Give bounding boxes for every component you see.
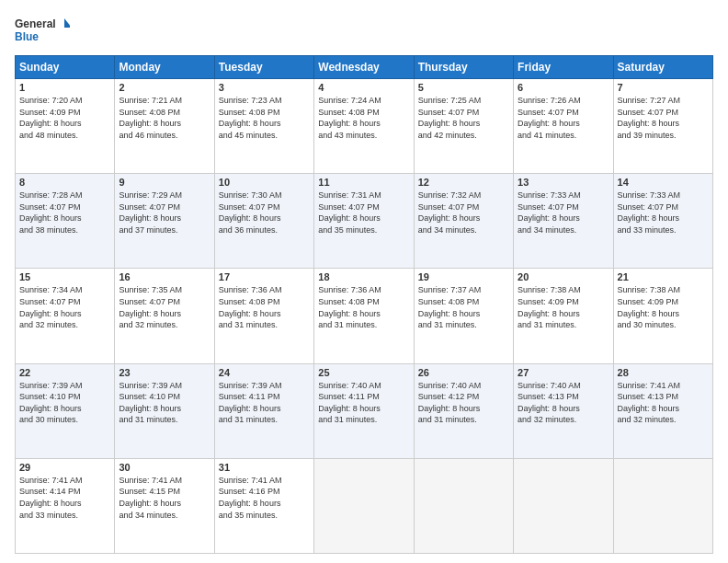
cell-line: Sunset: 4:08 PM	[418, 296, 509, 308]
cell-line: Sunrise: 7:36 AM	[318, 284, 409, 296]
cell-line: Sunrise: 7:41 AM	[618, 380, 709, 392]
cell-line: Sunset: 4:14 PM	[19, 486, 110, 498]
cell-line: Sunset: 4:07 PM	[119, 201, 210, 213]
cell-line: and 32 minutes.	[618, 414, 709, 426]
cell-date-number: 19	[418, 271, 509, 282]
col-header-saturday: Saturday	[613, 56, 712, 79]
cell-line: Sunset: 4:11 PM	[219, 391, 310, 403]
cell-line: Sunrise: 7:41 AM	[219, 475, 310, 487]
cell-content: Sunrise: 7:41 AMSunset: 4:13 PMDaylight:…	[618, 380, 709, 426]
cell-line: Sunrise: 7:40 AM	[518, 380, 609, 392]
cell-line: Sunset: 4:08 PM	[318, 296, 409, 308]
cell-content: Sunrise: 7:23 AMSunset: 4:08 PMDaylight:…	[219, 95, 310, 141]
calendar-cell: 29Sunrise: 7:41 AMSunset: 4:14 PMDayligh…	[16, 458, 115, 553]
calendar-cell: 18Sunrise: 7:36 AMSunset: 4:08 PMDayligh…	[314, 269, 414, 363]
cell-content: Sunrise: 7:38 AMSunset: 4:09 PMDaylight:…	[618, 284, 709, 330]
cell-line: Daylight: 8 hours	[19, 498, 110, 510]
cell-line: Sunset: 4:09 PM	[618, 296, 709, 308]
cell-line: Sunset: 4:08 PM	[219, 296, 310, 308]
svg-marker-2	[64, 18, 70, 28]
cell-line: Daylight: 8 hours	[318, 213, 409, 224]
cell-line: Daylight: 8 hours	[119, 403, 210, 415]
cell-line: Sunset: 4:11 PM	[318, 391, 409, 403]
cell-date-number: 1	[19, 82, 110, 93]
cell-line: Daylight: 8 hours	[518, 118, 609, 130]
cell-line: and 43 minutes.	[318, 130, 409, 142]
cell-line: Daylight: 8 hours	[19, 118, 110, 130]
calendar-cell: 28Sunrise: 7:41 AMSunset: 4:13 PMDayligh…	[613, 363, 712, 458]
cell-line: Sunrise: 7:33 AM	[518, 190, 609, 201]
calendar-cell: 23Sunrise: 7:39 AMSunset: 4:10 PMDayligh…	[115, 363, 214, 458]
cell-line: and 30 minutes.	[19, 414, 110, 426]
col-header-friday: Friday	[514, 56, 613, 79]
page: General Blue SundayMondayTuesdayWednesda…	[0, 0, 728, 563]
cell-line: Daylight: 8 hours	[318, 403, 409, 415]
cell-content: Sunrise: 7:35 AMSunset: 4:07 PMDaylight:…	[119, 284, 210, 330]
calendar-cell: 16Sunrise: 7:35 AMSunset: 4:07 PMDayligh…	[115, 269, 214, 363]
cell-date-number: 7	[618, 82, 709, 93]
cell-date-number: 17	[219, 271, 310, 282]
cell-date-number: 28	[618, 367, 709, 378]
cell-line: Sunset: 4:07 PM	[318, 201, 409, 213]
cell-line: Daylight: 8 hours	[19, 308, 110, 320]
cell-content: Sunrise: 7:39 AMSunset: 4:10 PMDaylight:…	[119, 380, 210, 426]
cell-line: Sunset: 4:10 PM	[19, 391, 110, 403]
cell-line: Sunrise: 7:26 AM	[518, 95, 609, 107]
cell-line: Sunrise: 7:40 AM	[418, 380, 509, 392]
calendar-cell: 26Sunrise: 7:40 AMSunset: 4:12 PMDayligh…	[414, 363, 513, 458]
cell-date-number: 15	[19, 271, 110, 282]
cell-line: Daylight: 8 hours	[219, 213, 310, 224]
calendar-cell	[514, 458, 613, 553]
cell-line: and 46 minutes.	[119, 130, 210, 142]
calendar-cell: 5Sunrise: 7:25 AMSunset: 4:07 PMDaylight…	[414, 79, 513, 174]
cell-line: Sunrise: 7:20 AM	[19, 95, 110, 107]
cell-content: Sunrise: 7:38 AMSunset: 4:09 PMDaylight:…	[518, 284, 609, 330]
cell-date-number: 25	[318, 367, 409, 378]
cell-date-number: 31	[219, 462, 310, 473]
calendar-cell: 30Sunrise: 7:41 AMSunset: 4:15 PMDayligh…	[115, 458, 214, 553]
cell-line: Sunrise: 7:35 AM	[119, 284, 210, 296]
cell-line: Daylight: 8 hours	[119, 498, 210, 510]
cell-line: Sunrise: 7:32 AM	[418, 190, 509, 201]
cell-line: Sunrise: 7:41 AM	[119, 475, 210, 487]
cell-line: Daylight: 8 hours	[418, 213, 509, 224]
cell-line: Daylight: 8 hours	[219, 403, 310, 415]
calendar-cell: 21Sunrise: 7:38 AMSunset: 4:09 PMDayligh…	[613, 269, 712, 363]
cell-line: and 38 minutes.	[19, 224, 110, 236]
calendar-cell: 11Sunrise: 7:31 AMSunset: 4:07 PMDayligh…	[314, 174, 414, 269]
cell-content: Sunrise: 7:26 AMSunset: 4:07 PMDaylight:…	[518, 95, 609, 141]
cell-line: Sunset: 4:07 PM	[119, 296, 210, 308]
cell-line: Sunset: 4:07 PM	[618, 107, 709, 119]
cell-line: and 31 minutes.	[518, 319, 609, 331]
cell-date-number: 23	[119, 367, 210, 378]
cell-line: Daylight: 8 hours	[518, 213, 609, 224]
cell-line: and 34 minutes.	[418, 224, 509, 236]
col-header-thursday: Thursday	[414, 56, 513, 79]
cell-content: Sunrise: 7:39 AMSunset: 4:10 PMDaylight:…	[19, 380, 110, 426]
cell-line: and 32 minutes.	[518, 414, 609, 426]
cell-date-number: 20	[518, 271, 609, 282]
calendar-cell: 12Sunrise: 7:32 AMSunset: 4:07 PMDayligh…	[414, 174, 513, 269]
cell-line: Sunset: 4:13 PM	[618, 391, 709, 403]
cell-line: Sunset: 4:09 PM	[19, 107, 110, 119]
calendar-cell: 10Sunrise: 7:30 AMSunset: 4:07 PMDayligh…	[214, 174, 313, 269]
logo-svg: General Blue	[15, 15, 70, 48]
calendar-cell: 7Sunrise: 7:27 AMSunset: 4:07 PMDaylight…	[613, 79, 712, 174]
cell-content: Sunrise: 7:21 AMSunset: 4:08 PMDaylight:…	[119, 95, 210, 141]
calendar-cell: 25Sunrise: 7:40 AMSunset: 4:11 PMDayligh…	[314, 363, 414, 458]
cell-line: Sunset: 4:15 PM	[119, 486, 210, 498]
cell-line: Daylight: 8 hours	[618, 403, 709, 415]
cell-line: and 31 minutes.	[318, 319, 409, 331]
cell-content: Sunrise: 7:41 AMSunset: 4:15 PMDaylight:…	[119, 475, 210, 521]
cell-date-number: 14	[618, 177, 709, 188]
cell-line: and 34 minutes.	[518, 224, 609, 236]
cell-line: and 32 minutes.	[119, 319, 210, 331]
calendar-cell: 9Sunrise: 7:29 AMSunset: 4:07 PMDaylight…	[115, 174, 214, 269]
cell-date-number: 3	[219, 82, 310, 93]
cell-line: Daylight: 8 hours	[219, 118, 310, 130]
calendar-cell: 13Sunrise: 7:33 AMSunset: 4:07 PMDayligh…	[514, 174, 613, 269]
cell-line: and 42 minutes.	[418, 130, 509, 142]
cell-content: Sunrise: 7:31 AMSunset: 4:07 PMDaylight:…	[318, 190, 409, 236]
cell-line: and 34 minutes.	[119, 510, 210, 522]
cell-content: Sunrise: 7:41 AMSunset: 4:16 PMDaylight:…	[219, 475, 310, 521]
